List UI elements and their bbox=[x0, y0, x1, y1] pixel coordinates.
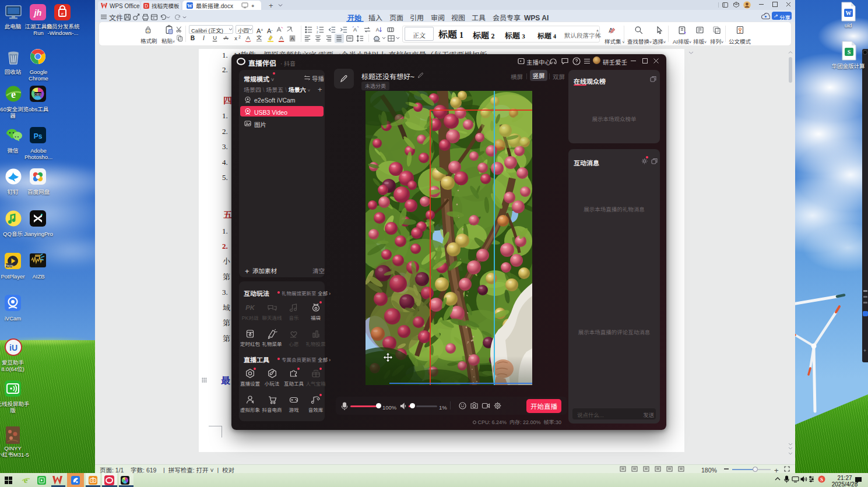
svg-text:jh: jh bbox=[33, 8, 41, 17]
svg-text:W: W bbox=[187, 3, 192, 9]
svg-text:I: I bbox=[203, 34, 205, 42]
svg-text:S: S bbox=[848, 49, 851, 55]
svg-text:A: A bbox=[376, 26, 379, 33]
svg-text:PK: PK bbox=[245, 302, 255, 312]
svg-text:e: e bbox=[11, 89, 16, 100]
svg-text:U: U bbox=[213, 34, 217, 41]
svg-text:1: 1 bbox=[317, 26, 318, 29]
svg-text:Ps: Ps bbox=[34, 132, 43, 140]
svg-text:D: D bbox=[145, 3, 148, 9]
svg-text:B: B bbox=[191, 34, 195, 42]
svg-text:A: A bbox=[291, 34, 294, 41]
svg-text:2: 2 bbox=[238, 34, 241, 40]
svg-text:e: e bbox=[61, 10, 64, 16]
svg-text:OBS: OBS bbox=[34, 93, 41, 96]
svg-text:W: W bbox=[846, 10, 852, 16]
svg-text:文: 文 bbox=[256, 34, 262, 41]
svg-text:e: e bbox=[24, 475, 28, 485]
svg-text:Player: Player bbox=[5, 264, 13, 267]
svg-text:A: A bbox=[246, 34, 250, 41]
svg-text:A: A bbox=[279, 34, 283, 41]
svg-text:x: x bbox=[234, 34, 237, 42]
svg-text:iU: iU bbox=[9, 343, 17, 352]
svg-text:A: A bbox=[224, 34, 228, 41]
svg-text:S: S bbox=[820, 477, 823, 482]
svg-text:2: 2 bbox=[317, 30, 318, 34]
svg-text:A: A bbox=[353, 26, 357, 33]
